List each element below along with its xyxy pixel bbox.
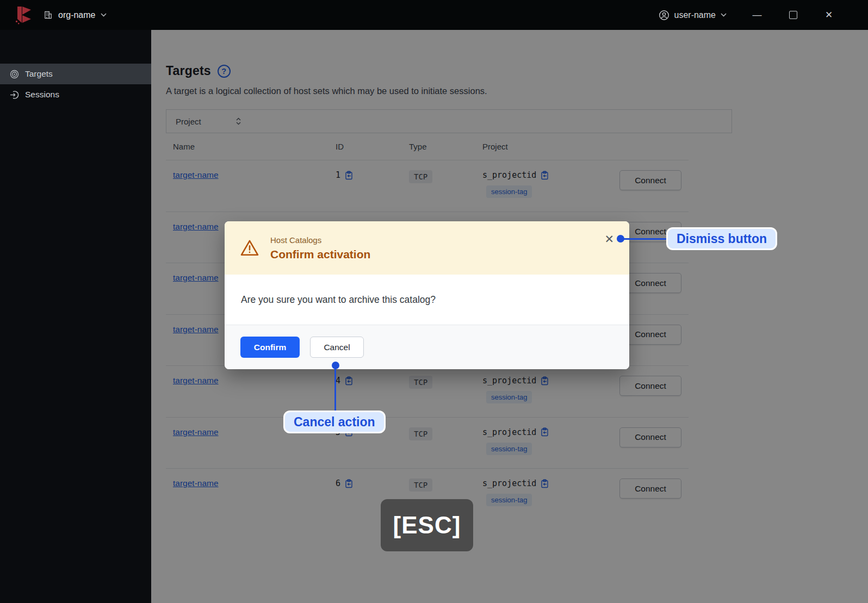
- dismiss-annotation-label: Dismiss button: [666, 227, 777, 250]
- cancel-annotation-label: Cancel action: [283, 411, 386, 433]
- dialog-titles: Host Catalogs Confirm activation: [270, 235, 370, 261]
- close-icon: ✕: [825, 9, 833, 21]
- warning-triangle-icon: [240, 238, 259, 258]
- close-icon: ✕: [604, 233, 614, 245]
- org-switcher[interactable]: org-name: [44, 10, 107, 20]
- dialog-header: Host Catalogs Confirm activation ✕: [225, 221, 629, 275]
- confirm-dialog: Host Catalogs Confirm activation ✕ Are y…: [225, 221, 629, 369]
- chevron-down-icon: [721, 13, 727, 17]
- dismiss-annotation-line: [621, 238, 667, 240]
- user-name-label: user-name: [674, 10, 716, 20]
- minimize-icon: —: [753, 10, 762, 21]
- maximize-icon: [789, 11, 797, 19]
- org-name-label: org-name: [58, 10, 95, 20]
- topbar-right: user-name — ✕: [659, 10, 834, 21]
- dialog-title: Confirm activation: [270, 248, 370, 261]
- topbar: org-name user-name —: [0, 0, 868, 30]
- cancel-button[interactable]: Cancel: [310, 337, 364, 358]
- dialog-footer: Confirm Cancel: [225, 325, 629, 369]
- app-window: org-name user-name —: [0, 0, 868, 603]
- sidebar-nav: Targets Sessions: [0, 64, 151, 105]
- target-icon: [10, 70, 19, 79]
- dismiss-annotation-dot: [617, 235, 624, 243]
- dialog-tagline: Host Catalogs: [270, 235, 370, 245]
- close-window-button[interactable]: ✕: [823, 10, 834, 21]
- user-icon: [659, 10, 669, 21]
- chevron-down-icon: [101, 13, 107, 17]
- sidebar-item-label: Sessions: [25, 90, 59, 100]
- esc-key-indicator: [ESC]: [381, 499, 473, 551]
- user-menu[interactable]: user-name: [659, 10, 727, 21]
- boundary-logo-icon: [15, 5, 33, 26]
- sessions-sign-in-icon: [10, 90, 19, 100]
- boundary-logo[interactable]: [15, 5, 33, 26]
- confirm-button[interactable]: Confirm: [240, 337, 300, 358]
- cancel-annotation-line: [334, 365, 336, 412]
- sidebar-item-label: Targets: [25, 69, 53, 79]
- sidebar: Targets Sessions: [0, 30, 151, 603]
- dialog-dismiss-button[interactable]: ✕: [603, 232, 615, 246]
- org-building-icon: [44, 10, 53, 20]
- sidebar-item-targets[interactable]: Targets: [0, 64, 151, 84]
- dialog-body: Are you sure you want to archive this ca…: [225, 275, 629, 325]
- minimize-button[interactable]: —: [752, 10, 762, 21]
- dialog-message: Are you sure you want to archive this ca…: [241, 294, 436, 306]
- sidebar-item-sessions[interactable]: Sessions: [0, 84, 151, 105]
- cancel-annotation-dot: [332, 362, 339, 369]
- maximize-button[interactable]: [788, 10, 798, 21]
